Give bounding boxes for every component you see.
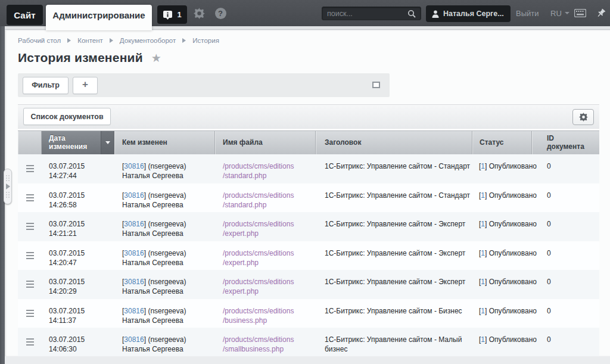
- settings-gear-icon[interactable]: [192, 0, 206, 26]
- row-actions-menu-icon[interactable]: [18, 241, 42, 270]
- row-actions-menu-icon[interactable]: [18, 299, 42, 328]
- column-header-actions: [18, 131, 42, 154]
- table-row: 03.07.201514:11:37[30816] (nsergeeva)Нат…: [18, 299, 599, 328]
- language-selector[interactable]: RU: [550, 0, 569, 26]
- user-name: Наталья Серге...: [443, 10, 504, 18]
- user-menu-button[interactable]: Наталья Серге...: [426, 5, 511, 22]
- row-actions-menu-icon[interactable]: [18, 328, 42, 357]
- row-actions-menu-icon[interactable]: [18, 154, 42, 183]
- status-id-link[interactable]: 1: [481, 278, 485, 286]
- user-id-link[interactable]: 30816: [124, 307, 144, 315]
- sort-direction-button[interactable]: [101, 131, 114, 154]
- help-icon[interactable]: ?: [213, 0, 228, 26]
- status-id-link[interactable]: 1: [481, 335, 485, 344]
- chat-icon: [163, 10, 173, 20]
- breadcrumb-item-desktop[interactable]: Рабочий стол: [18, 37, 61, 44]
- notifications-button[interactable]: 1: [157, 5, 187, 24]
- cell-doc-id: 0: [532, 299, 599, 328]
- file-path-link[interactable]: /smallbusiness.php: [223, 344, 316, 354]
- keyboard-icon[interactable]: [572, 0, 588, 26]
- grid-toolbar: Список документов: [18, 104, 599, 129]
- grid-settings-button[interactable]: [572, 109, 594, 125]
- cell-status: [1] Опубликовано: [472, 154, 532, 183]
- table-row: 03.07.201514:20:47[30816] (nsergeeva)Нат…: [18, 241, 599, 270]
- favorite-star-icon[interactable]: ★: [151, 52, 161, 64]
- cell-modified-by: [30816] (nsergeeva)Наталья Сергеева: [114, 183, 215, 213]
- column-header-status[interactable]: Статус: [472, 131, 532, 154]
- cell-status: [1] Опубликовано: [472, 183, 532, 213]
- bottom-strip: [5, 356, 610, 364]
- cell-doc-id: 0: [532, 241, 599, 270]
- file-path-link[interactable]: /business.php: [223, 316, 316, 325]
- search-box: [322, 7, 421, 20]
- user-id-link[interactable]: 30816: [124, 335, 144, 344]
- page-title: История изменений: [18, 51, 143, 65]
- cell-date: 03.07.201514:26:58: [42, 183, 114, 213]
- file-path-link[interactable]: /products/cms/editions: [223, 248, 316, 258]
- cell-modified-by: [30816] (nsergeeva)Наталья Сергеева: [114, 328, 215, 357]
- cell-modified-by: [30816] (nsergeeva)Наталья Сергеева: [114, 212, 215, 241]
- breadcrumb: Рабочий стол Контент Документооборот Ист…: [18, 37, 219, 44]
- status-id-link[interactable]: 1: [481, 220, 485, 228]
- cell-date: 03.07.201514:27:44: [42, 154, 114, 183]
- file-path-link[interactable]: /products/cms/editions: [223, 161, 316, 171]
- pin-icon[interactable]: [594, 0, 608, 26]
- drag-dots-icon: [6, 175, 10, 181]
- breadcrumb-item-history[interactable]: История: [192, 37, 219, 44]
- table-row: 03.07.201514:26:58[30816] (nsergeeva)Нат…: [18, 183, 599, 213]
- cell-date: 03.07.201514:06:30: [42, 328, 114, 357]
- add-filter-button[interactable]: +: [73, 77, 98, 94]
- tab-site[interactable]: Сайт: [7, 5, 43, 25]
- cell-title: 1С-Битрикс: Управление сайтом - Бизнес: [316, 299, 472, 328]
- column-header-filename[interactable]: Имя файла: [215, 131, 316, 154]
- column-header-modified-by[interactable]: Кем изменен: [114, 131, 215, 154]
- cell-doc-id: 0: [532, 212, 599, 241]
- cell-doc-id: 0: [532, 328, 599, 357]
- file-path-link[interactable]: /expert.php: [223, 287, 316, 296]
- user-id-link[interactable]: 30816: [124, 191, 144, 200]
- cell-doc-id: 0: [532, 270, 599, 299]
- status-id-link[interactable]: 1: [481, 249, 485, 257]
- file-path-link[interactable]: /products/cms/editions: [223, 219, 316, 229]
- row-actions-menu-icon[interactable]: [18, 270, 42, 299]
- sidebar-expand-handle[interactable]: [4, 169, 12, 204]
- cell-title: 1С-Битрикс: Управление сайтом - Малый би…: [316, 328, 472, 357]
- list-documents-button[interactable]: Список документов: [23, 108, 111, 125]
- search-icon[interactable]: [407, 10, 416, 18]
- user-id-link[interactable]: 30816: [124, 162, 144, 170]
- cell-modified-by: [30816] (nsergeeva)Наталья Сергеева: [114, 154, 215, 183]
- user-id-link[interactable]: 30816: [124, 220, 144, 228]
- file-path-link[interactable]: /products/cms/editions: [223, 191, 316, 200]
- file-path-link[interactable]: /products/cms/editions: [223, 277, 316, 287]
- file-path-link[interactable]: /expert.php: [223, 258, 316, 267]
- row-actions-menu-icon[interactable]: [18, 183, 42, 213]
- file-path-link[interactable]: /standard.php: [223, 200, 316, 210]
- cell-title: 1С-Битрикс: Управление сайтом - Эксперт: [316, 241, 472, 270]
- column-header-doc-id[interactable]: ID документа: [532, 131, 599, 154]
- logout-link[interactable]: Выйти: [516, 0, 539, 26]
- column-header-title[interactable]: Заголовок: [316, 131, 472, 154]
- row-actions-menu-icon[interactable]: [18, 212, 42, 241]
- breadcrumb-item-workflow[interactable]: Документооборот: [120, 37, 176, 44]
- status-id-link[interactable]: 1: [481, 162, 485, 170]
- search-input[interactable]: [327, 10, 407, 18]
- file-path-link[interactable]: /standard.php: [223, 171, 316, 181]
- user-id-link[interactable]: 30816: [124, 249, 144, 257]
- breadcrumb-item-content[interactable]: Контент: [77, 37, 103, 44]
- column-header-date[interactable]: Дата изменения: [42, 131, 114, 154]
- tab-admin[interactable]: Администрирование: [46, 5, 152, 30]
- file-path-link[interactable]: /products/cms/editions: [223, 335, 316, 344]
- filter-settings-icon[interactable]: [372, 82, 380, 88]
- file-path-link[interactable]: /products/cms/editions: [223, 306, 316, 316]
- cell-modified-by: [30816] (nsergeeva)Наталья Сергеева: [114, 299, 215, 328]
- cell-date: 03.07.201514:20:47: [42, 241, 114, 270]
- status-id-link[interactable]: 1: [481, 191, 485, 200]
- file-path-link[interactable]: /expert.php: [223, 229, 316, 238]
- cell-filename: /products/cms/editions/business.php: [215, 299, 316, 328]
- user-icon: [432, 10, 439, 18]
- history-table: Дата изменения Кем изменен Имя файла Заг…: [18, 130, 599, 357]
- filter-button[interactable]: Фильтр: [23, 77, 69, 94]
- cell-modified-by: [30816] (nsergeeva)Наталья Сергеева: [114, 241, 215, 270]
- user-id-link[interactable]: 30816: [124, 278, 144, 286]
- status-id-link[interactable]: 1: [481, 307, 485, 315]
